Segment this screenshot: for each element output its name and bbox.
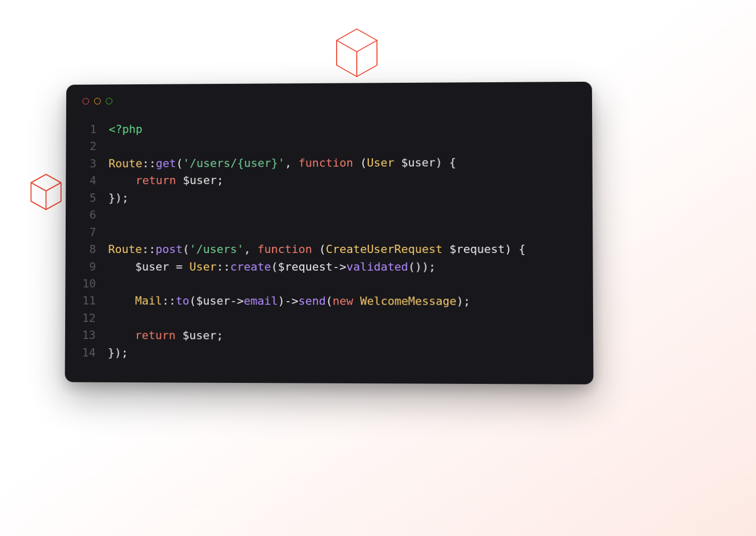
line-number: 4: [81, 172, 97, 189]
line-number: 3: [81, 155, 97, 172]
line-number: 5: [81, 189, 97, 206]
code-line: return $user;: [108, 329, 223, 343]
code-line: return $user;: [109, 174, 223, 187]
code-line: [108, 277, 115, 290]
cube-icon: [29, 173, 63, 211]
line-number: 14: [80, 344, 96, 361]
minimize-icon[interactable]: [94, 98, 101, 105]
line-number: 1: [81, 121, 97, 138]
code-line: [109, 209, 115, 221]
code-line: [109, 140, 115, 153]
maximize-icon[interactable]: [106, 98, 113, 105]
code-area: 1 2 3 4 5 6 7 8 9 10 11 12 13 14 <?php R…: [80, 118, 578, 363]
window-traffic-lights: [82, 95, 576, 105]
code-content[interactable]: <?php Route::get('/users/{user}', functi…: [108, 119, 526, 363]
line-number-gutter: 1 2 3 4 5 6 7 8 9 10 11 12 13 14: [80, 121, 109, 361]
line-number: 11: [81, 292, 96, 309]
line-number: 9: [81, 258, 96, 275]
line-number: 10: [81, 275, 96, 292]
cube-icon: [334, 27, 380, 79]
code-line: });: [109, 191, 129, 204]
line-number: 13: [80, 326, 96, 344]
line-number: 8: [81, 241, 96, 258]
code-line: [108, 226, 115, 239]
close-icon[interactable]: [82, 98, 89, 105]
line-number: 6: [81, 206, 96, 224]
line-number: 12: [81, 309, 96, 326]
code-line: Route::post('/users', function (CreateUs…: [108, 243, 525, 256]
line-number: 2: [81, 138, 97, 155]
code-line: Route::get('/users/{user}', function (Us…: [109, 156, 456, 170]
code-line: Mail::to($user->email)->send(new Welcome…: [108, 294, 471, 308]
code-line: $user = User::create($request->validated…: [108, 260, 435, 273]
code-line: <?php: [109, 123, 142, 136]
code-line: [108, 311, 115, 324]
line-number: 7: [81, 224, 96, 241]
code-editor-window: 1 2 3 4 5 6 7 8 9 10 11 12 13 14 <?php R…: [65, 82, 593, 384]
code-line: });: [108, 346, 128, 359]
